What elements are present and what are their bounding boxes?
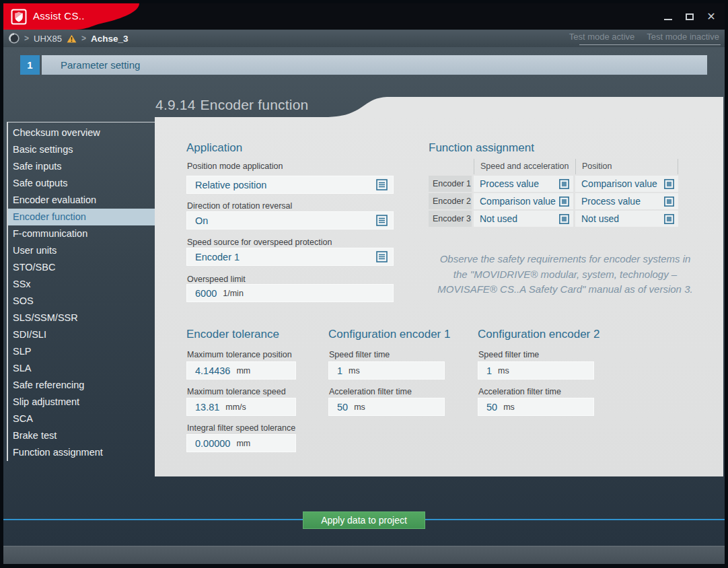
encoder1-speed-dropdown[interactable]: Process value bbox=[474, 176, 573, 192]
max-tolerance-position-input[interactable]: 4.14436 mm bbox=[186, 361, 296, 380]
table-row-label: Encoder 3 bbox=[429, 211, 472, 227]
app-title: Assist CS.. bbox=[33, 10, 85, 22]
encoder1-speed-filter-time-input[interactable]: 1 ms bbox=[328, 361, 445, 380]
encoder2-speed-filter-time-input[interactable]: 1 ms bbox=[478, 361, 594, 380]
field-value: 1 bbox=[337, 365, 342, 376]
sidebar-item-safe-outputs[interactable]: Safe outputs bbox=[8, 175, 155, 192]
direction-of-rotation-dropdown[interactable]: On bbox=[186, 211, 394, 229]
sidebar-item-slp[interactable]: SLP bbox=[8, 343, 155, 360]
sidebar-item-encoder-evaluation[interactable]: Encoder evaluation bbox=[8, 192, 155, 209]
field-label: Speed source for overspeed protection bbox=[187, 238, 332, 247]
sidebar-item-basic-settings[interactable]: Basic settings bbox=[8, 141, 155, 158]
function-assignment-heading: Function assignment bbox=[429, 141, 534, 155]
test-mode-inactive-button[interactable]: Test mode inactive bbox=[647, 32, 719, 42]
field-unit: ms bbox=[354, 402, 365, 412]
integral-filter-speed-tolerance-input[interactable]: 0.00000 mm bbox=[186, 434, 296, 452]
table-header-position: Position bbox=[575, 159, 678, 174]
field-unit: ms bbox=[349, 366, 360, 376]
globe-icon[interactable] bbox=[9, 33, 20, 44]
dropdown-list-icon[interactable] bbox=[376, 179, 388, 190]
table-row-label: Encoder 2 bbox=[429, 193, 472, 209]
window-controls: ✕ bbox=[663, 3, 717, 30]
sidebar-item-sca[interactable]: SCA bbox=[8, 411, 155, 427]
field-label: Maximum tolerance speed bbox=[187, 387, 286, 396]
table-header-speed: Speed and acceleration bbox=[474, 159, 573, 174]
encoder3-speed-dropdown[interactable]: Not used bbox=[474, 211, 573, 227]
encoder1-position-dropdown[interactable]: Comparison value bbox=[575, 176, 678, 192]
sidebar-item-slip-adjustment[interactable]: Slip adjustment bbox=[8, 394, 155, 411]
sidebar-item-sto-sbc[interactable]: STO/SBC bbox=[8, 259, 155, 276]
dropdown-list-icon[interactable] bbox=[664, 179, 674, 189]
sidebar-item-checksum-overview[interactable]: Checksum overview bbox=[8, 125, 155, 141]
field-value: 6000 bbox=[195, 288, 217, 299]
step-bar: Parameter setting bbox=[42, 55, 707, 75]
test-mode-underline bbox=[579, 44, 721, 45]
max-tolerance-speed-input[interactable]: 13.81 mm/s bbox=[186, 398, 296, 416]
encoder1-acceleration-filter-time-input[interactable]: 50 ms bbox=[328, 398, 445, 416]
breadcrumb-bar: > UHX85 > Achse_3 Test mode active Test … bbox=[3, 30, 725, 47]
dropdown-list-icon[interactable] bbox=[559, 214, 569, 224]
position-mode-application-dropdown[interactable]: Relative position bbox=[186, 176, 394, 194]
apply-data-button[interactable]: Apply data to project bbox=[303, 511, 425, 529]
field-unit: mm bbox=[236, 439, 250, 448]
sidebar-item-encoder-function[interactable]: Encoder function bbox=[8, 209, 155, 225]
function-assignment-table: Speed and acceleration Position Encoder … bbox=[429, 159, 676, 227]
sidebar-item-ssx[interactable]: SSx bbox=[8, 276, 155, 293]
sidebar-item-function-assignment[interactable]: Function assignment bbox=[8, 444, 155, 461]
sidebar-item-f-communication[interactable]: F-communication bbox=[8, 225, 155, 242]
field-unit: mm bbox=[236, 366, 250, 376]
title-bar: Assist CS.. ✕ bbox=[3, 3, 725, 30]
field-label: Acceleration filter time bbox=[329, 387, 412, 396]
sidebar-item-sls-ssm-ssr[interactable]: SLS/SSM/SSR bbox=[8, 310, 155, 326]
dropdown-list-icon[interactable] bbox=[376, 215, 388, 226]
field-label: Position mode application bbox=[187, 162, 283, 171]
sidebar-item-user-units[interactable]: User units bbox=[8, 242, 155, 259]
encoder3-position-dropdown[interactable]: Not used bbox=[575, 211, 678, 227]
field-label: Maximum tolerance position bbox=[187, 350, 292, 359]
close-icon[interactable]: ✕ bbox=[706, 11, 717, 22]
sidebar-item-sdi-sli[interactable]: SDI/SLI bbox=[8, 326, 155, 343]
field-value: 4.14436 bbox=[195, 365, 230, 376]
breadcrumb-axis[interactable]: Achse_3 bbox=[91, 34, 129, 44]
encoder2-acceleration-filter-time-input[interactable]: 50 ms bbox=[478, 398, 594, 416]
sidebar-item-brake-test[interactable]: Brake test bbox=[8, 427, 155, 444]
overspeed-limit-input[interactable]: 6000 1/min bbox=[186, 284, 394, 302]
breadcrumb-separator: > bbox=[81, 34, 86, 43]
sidebar-item-safe-inputs[interactable]: Safe inputs bbox=[8, 158, 155, 175]
sidebar-item-sos[interactable]: SOS bbox=[8, 293, 155, 310]
dropdown-list-icon[interactable] bbox=[559, 179, 569, 189]
encoder2-position-dropdown[interactable]: Process value bbox=[575, 193, 678, 209]
field-value: Relative position bbox=[195, 180, 266, 190]
field-label: Acceleration filter time bbox=[478, 387, 561, 396]
dropdown-list-icon[interactable] bbox=[664, 197, 674, 207]
safety-note: Observe the safety requirements for enco… bbox=[434, 252, 696, 297]
field-unit: mm/s bbox=[225, 402, 246, 412]
cell-value: Comparison value bbox=[480, 196, 556, 207]
test-mode-active-button[interactable]: Test mode active bbox=[569, 32, 635, 42]
encoder2-speed-dropdown[interactable]: Comparison value bbox=[474, 193, 573, 209]
dropdown-list-icon[interactable] bbox=[664, 214, 674, 224]
dropdown-list-icon[interactable] bbox=[376, 251, 388, 262]
application-heading: Application bbox=[186, 141, 242, 155]
cell-value: Not used bbox=[480, 213, 517, 224]
minimize-icon[interactable] bbox=[663, 11, 674, 22]
field-value: 13.81 bbox=[195, 402, 219, 413]
dropdown-list-icon[interactable] bbox=[559, 197, 569, 207]
breadcrumb-device[interactable]: UHX85 bbox=[34, 34, 62, 44]
breadcrumb-separator: > bbox=[24, 34, 29, 43]
sidebar-nav: Checksum overview Basic settings Safe in… bbox=[7, 122, 155, 461]
field-value: 50 bbox=[486, 402, 497, 413]
maximize-icon[interactable] bbox=[684, 11, 695, 22]
status-bar bbox=[3, 546, 725, 564]
field-label: Direction of rotation reversal bbox=[187, 201, 292, 211]
field-label: Speed filter time bbox=[478, 350, 539, 359]
config-encoder2-heading: Configuration encoder 2 bbox=[478, 328, 599, 341]
speed-source-dropdown[interactable]: Encoder 1 bbox=[186, 248, 394, 266]
sidebar-item-sla[interactable]: SLA bbox=[8, 360, 155, 377]
field-value: 0.00000 bbox=[195, 438, 230, 449]
field-unit: 1/min bbox=[223, 289, 244, 298]
field-value: 50 bbox=[337, 402, 348, 413]
sidebar-item-safe-referencing[interactable]: Safe referencing bbox=[8, 377, 155, 394]
cell-value: Not used bbox=[581, 213, 619, 224]
cell-value: Process value bbox=[480, 178, 539, 189]
